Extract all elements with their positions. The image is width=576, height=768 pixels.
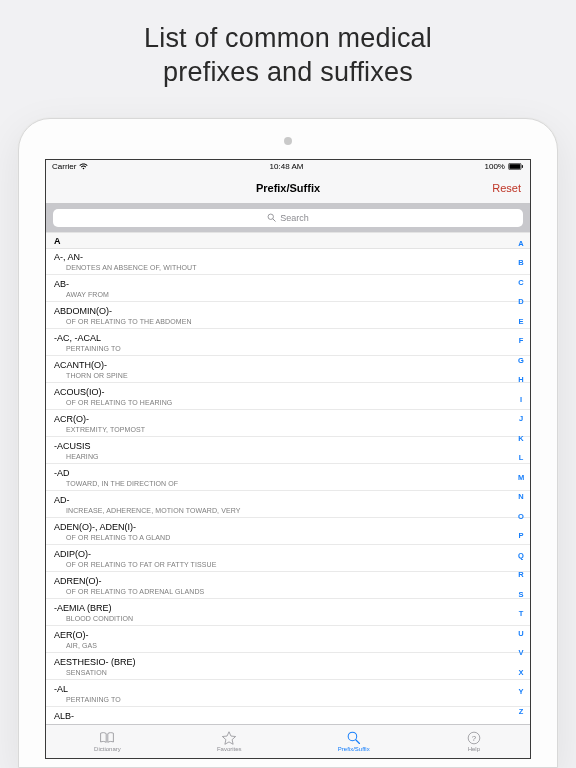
row-term: ADREN(O)- — [54, 576, 522, 587]
index-letter[interactable]: P — [518, 532, 523, 540]
list-item[interactable]: ABDOMIN(O)-OF OR RELATING TO THE ABDOMEN — [46, 302, 530, 329]
svg-point-3 — [268, 214, 273, 219]
row-term: ACANTH(O)- — [54, 360, 522, 371]
svg-text:?: ? — [472, 734, 477, 743]
row-term: AB- — [54, 279, 522, 290]
list-item[interactable]: AESTHESIO- (BRE)SENSATION — [46, 653, 530, 680]
device-camera — [284, 137, 292, 145]
row-definition: TOWARD, IN THE DIRECTION OF — [66, 480, 522, 488]
tab-help[interactable]: ? Help — [466, 731, 482, 752]
list-item[interactable]: AB-AWAY FROM — [46, 275, 530, 302]
tab-favorites[interactable]: Favorites — [217, 731, 242, 752]
row-term: ADIP(O)- — [54, 549, 522, 560]
tab-label: Help — [468, 746, 480, 752]
row-term: -AD — [54, 468, 522, 479]
index-letter[interactable]: K — [518, 435, 523, 443]
status-bar: Carrier 10:48 AM 100% — [46, 160, 530, 174]
row-definition: INCREASE, ADHERENCE, MOTION TOWARD, VERY — [66, 507, 522, 515]
status-time: 10:48 AM — [270, 162, 304, 171]
row-term: A-, AN- — [54, 252, 522, 263]
tab-dictionary[interactable]: Dictionary — [94, 731, 121, 752]
row-term: ALB- — [54, 711, 522, 722]
index-letter[interactable]: V — [518, 649, 523, 657]
nav-bar: Prefix/Suffix Reset — [46, 174, 530, 204]
star-icon — [221, 731, 237, 745]
index-letter[interactable]: S — [518, 591, 523, 599]
index-letter[interactable]: C — [518, 279, 523, 287]
index-letter[interactable]: T — [519, 610, 524, 618]
row-term: ADEN(O)-, ADEN(I)- — [54, 522, 522, 533]
index-letter[interactable]: E — [518, 318, 523, 326]
row-definition: THORN OR SPINE — [66, 372, 522, 380]
index-letter[interactable]: R — [518, 571, 523, 579]
list-item[interactable]: -ADTOWARD, IN THE DIRECTION OF — [46, 464, 530, 491]
list-item[interactable]: ACANTH(O)-THORN OR SPINE — [46, 356, 530, 383]
list-item[interactable]: ACOUS(IO)-OF OR RELATING TO HEARING — [46, 383, 530, 410]
app-screen: Carrier 10:48 AM 100% Prefix/Suffix Rese… — [45, 159, 531, 759]
list-item[interactable]: -AC, -ACALPERTAINING TO — [46, 329, 530, 356]
list-container[interactable]: A A-, AN-DENOTES AN ABSENCE OF, WITHOUTA… — [46, 232, 530, 724]
list-item[interactable]: AD-INCREASE, ADHERENCE, MOTION TOWARD, V… — [46, 491, 530, 518]
help-icon: ? — [466, 731, 482, 745]
list-item[interactable]: -ACUSISHEARING — [46, 437, 530, 464]
row-term: -AL — [54, 684, 522, 695]
list-item[interactable]: AER(O)-AIR, GAS — [46, 626, 530, 653]
tab-label: Prefix/Suffix — [338, 746, 370, 752]
search-input[interactable]: Search — [53, 209, 523, 227]
index-letter[interactable]: M — [518, 474, 524, 482]
svg-rect-1 — [509, 164, 520, 169]
list-item[interactable]: -AEMIA (BRE)BLOOD CONDITION — [46, 599, 530, 626]
tab-label: Dictionary — [94, 746, 121, 752]
tab-label: Favorites — [217, 746, 242, 752]
index-letter[interactable]: F — [519, 337, 524, 345]
search-icon — [267, 213, 276, 222]
index-letter[interactable]: O — [518, 513, 524, 521]
carrier-label: Carrier — [52, 162, 76, 171]
row-definition: DENOTES AN ABSENCE OF, WITHOUT — [66, 264, 522, 272]
index-letter[interactable]: D — [518, 298, 523, 306]
list-item[interactable]: ADREN(O)-OF OR RELATING TO ADRENAL GLAND… — [46, 572, 530, 599]
list-item[interactable]: ADIP(O)-OF OR RELATING TO FAT OR FATTY T… — [46, 545, 530, 572]
list-item[interactable]: -ALPERTAINING TO — [46, 680, 530, 707]
row-definition: OF OR RELATING TO ADRENAL GLANDS — [66, 588, 522, 596]
index-letter[interactable]: H — [518, 376, 523, 384]
list-item[interactable]: A-, AN-DENOTES AN ABSENCE OF, WITHOUT — [46, 249, 530, 276]
index-letter[interactable]: L — [519, 454, 524, 462]
list-item[interactable]: ADEN(O)-, ADEN(I)-OF OR RELATING TO A GL… — [46, 518, 530, 545]
hero-line1: List of common medical — [144, 23, 432, 53]
book-icon — [99, 731, 115, 745]
index-letter[interactable]: X — [518, 669, 523, 677]
hero-line2: prefixes and suffixes — [163, 57, 413, 87]
index-letter[interactable]: I — [520, 396, 522, 404]
index-letter[interactable]: A — [518, 240, 523, 248]
index-letter[interactable]: B — [518, 259, 523, 267]
navbar-title: Prefix/Suffix — [256, 182, 320, 194]
row-definition: OF OR RELATING TO FAT OR FATTY TISSUE — [66, 561, 522, 569]
section-header: A — [46, 232, 530, 249]
reset-button[interactable]: Reset — [492, 182, 521, 194]
list-item[interactable]: ALB-DENOTING A WHITE OR PALE COLOR — [46, 707, 530, 723]
row-definition: OF OR RELATING TO A GLAND — [66, 534, 522, 542]
list-item[interactable]: ACR(O)-EXTREMITY, TOPMOST — [46, 410, 530, 437]
index-letter[interactable]: Z — [519, 708, 524, 716]
row-definition: EXTREMITY, TOPMOST — [66, 426, 522, 434]
index-letter[interactable]: Y — [518, 688, 523, 696]
index-letter[interactable]: N — [518, 493, 523, 501]
section-index[interactable]: ABCDEFGHIJKLMNOPQRSTUVXYZ — [514, 234, 528, 722]
row-term: -AC, -ACAL — [54, 333, 522, 344]
svg-line-4 — [273, 219, 275, 221]
row-term: ACOUS(IO)- — [54, 387, 522, 398]
index-letter[interactable]: G — [518, 357, 524, 365]
row-term: AD- — [54, 495, 522, 506]
row-term: ACR(O)- — [54, 414, 522, 425]
index-letter[interactable]: J — [519, 415, 523, 423]
row-term: ABDOMIN(O)- — [54, 306, 522, 317]
svg-point-5 — [348, 732, 357, 741]
search-icon — [346, 731, 362, 745]
wifi-icon — [79, 163, 88, 170]
index-letter[interactable]: Q — [518, 552, 524, 560]
index-letter[interactable]: U — [518, 630, 523, 638]
tab-prefix-suffix[interactable]: Prefix/Suffix — [338, 731, 370, 752]
device-frame: Carrier 10:48 AM 100% Prefix/Suffix Rese… — [18, 118, 558, 769]
row-definition: OF OR RELATING TO HEARING — [66, 399, 522, 407]
